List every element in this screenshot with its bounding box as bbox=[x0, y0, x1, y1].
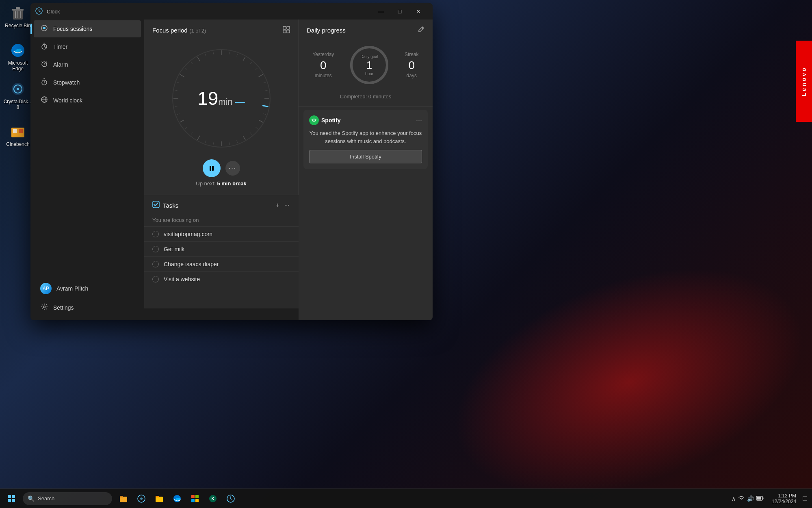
svg-line-59 bbox=[236, 140, 237, 143]
focus-period-subtitle: (1 of 2) bbox=[189, 28, 206, 34]
svg-rect-1 bbox=[12, 9, 24, 11]
focus-period-action[interactable] bbox=[283, 26, 290, 35]
settings-label: Settings bbox=[53, 304, 74, 311]
task-checkbox-1[interactable] bbox=[152, 231, 159, 237]
goal-value: 1 bbox=[360, 59, 378, 72]
task-item-3[interactable]: Change isaacs diaper bbox=[144, 256, 299, 271]
task-checkbox-4[interactable] bbox=[152, 276, 159, 282]
task-item-4[interactable]: Visit a website bbox=[144, 271, 299, 287]
taskbar-kaspersky[interactable]: K bbox=[205, 491, 221, 507]
maximize-button[interactable]: □ bbox=[390, 5, 409, 18]
stopwatch-label: Stopwatch bbox=[53, 79, 80, 86]
spotify-header: Spotify ··· bbox=[309, 115, 422, 125]
user-avatar: AP bbox=[40, 283, 52, 294]
progress-header: Daily progress bbox=[299, 20, 433, 41]
show-hidden-icons[interactable]: ∧ bbox=[732, 495, 736, 502]
sidebar-footer: AP Avram Piltch Settings bbox=[30, 275, 144, 320]
cinebench-label: Cinebench bbox=[6, 141, 29, 147]
window-titlebar: Clock — □ ✕ bbox=[30, 3, 433, 20]
notification-button[interactable]: □ bbox=[801, 494, 809, 503]
desktop-icon-cinebench[interactable]: Cinebench bbox=[2, 122, 34, 149]
spotify-more-button[interactable]: ··· bbox=[416, 116, 422, 125]
daily-progress-panel: Daily progress Yesterday bbox=[299, 20, 433, 320]
svg-line-38 bbox=[243, 57, 245, 61]
svg-line-44 bbox=[197, 136, 200, 140]
svg-rect-26 bbox=[43, 78, 45, 79]
taskbar-clock[interactable] bbox=[223, 491, 239, 507]
desktop-icon-edge[interactable]: Microsoft Edge bbox=[2, 41, 34, 74]
worldclock-icon bbox=[40, 96, 48, 105]
taskbar-system-icons: ∧ 🔊 bbox=[728, 495, 767, 502]
svg-line-66 bbox=[175, 106, 177, 106]
more-button[interactable]: ··· bbox=[225, 161, 240, 176]
sidebar-item-settings[interactable]: Settings bbox=[34, 299, 141, 316]
taskbar-copilot[interactable] bbox=[133, 491, 149, 507]
add-task-button[interactable]: + bbox=[275, 201, 280, 210]
tasks-actions: + ··· bbox=[275, 201, 290, 210]
task-checkbox-2[interactable] bbox=[152, 246, 159, 252]
settings-icon bbox=[40, 303, 48, 312]
svg-rect-85 bbox=[120, 496, 123, 497]
start-button[interactable] bbox=[3, 491, 19, 507]
alarm-label: Alarm bbox=[53, 61, 68, 68]
progress-edit-button[interactable] bbox=[418, 26, 424, 34]
timer-label: Timer bbox=[53, 43, 67, 50]
sidebar-item-alarm[interactable]: Alarm bbox=[34, 56, 141, 73]
taskbar-store[interactable] bbox=[187, 491, 203, 507]
pause-button[interactable] bbox=[203, 159, 221, 177]
user-profile[interactable]: AP Avram Piltch bbox=[34, 279, 141, 298]
search-icon: 🔍 bbox=[28, 495, 35, 502]
svg-rect-91 bbox=[195, 495, 199, 498]
taskbar-file-manager[interactable] bbox=[151, 491, 167, 507]
sidebar-item-timer[interactable]: Timer bbox=[34, 38, 141, 55]
svg-rect-35 bbox=[287, 30, 290, 33]
progress-divider bbox=[299, 106, 433, 106]
taskbar-clock-display[interactable]: 1:12 PM 12/24/2024 bbox=[769, 493, 799, 504]
network-icon[interactable] bbox=[738, 495, 745, 502]
crystaldisk-icon bbox=[10, 81, 26, 97]
tasks-more-button[interactable]: ··· bbox=[284, 201, 290, 210]
worldclock-label: World clock bbox=[53, 97, 82, 104]
task-checkbox-3[interactable] bbox=[152, 261, 159, 267]
svg-rect-93 bbox=[195, 499, 199, 502]
focus-period-header: Focus period (1 of 2) bbox=[144, 20, 298, 41]
svg-line-53 bbox=[263, 82, 266, 83]
install-spotify-button[interactable]: Install Spotify bbox=[309, 150, 422, 163]
taskbar-file-explorer[interactable] bbox=[115, 491, 132, 507]
recycle-bin-icon bbox=[10, 5, 26, 21]
goal-circle[interactable]: Daily goal 1 hour bbox=[349, 45, 390, 85]
close-button[interactable]: ✕ bbox=[409, 5, 428, 18]
sidebar-item-stopwatch[interactable]: Stopwatch bbox=[34, 74, 141, 91]
svg-line-41 bbox=[258, 120, 262, 122]
svg-rect-100 bbox=[763, 497, 764, 499]
task-item-1[interactable]: visitlaptopmag.com bbox=[144, 226, 299, 241]
taskbar-edge[interactable] bbox=[169, 491, 185, 507]
progress-title: Daily progress bbox=[307, 27, 346, 34]
svg-line-49 bbox=[229, 52, 230, 54]
timer-display: 19min— bbox=[197, 87, 245, 109]
volume-icon[interactable]: 🔊 bbox=[747, 495, 754, 502]
svg-line-72 bbox=[213, 52, 213, 54]
svg-rect-101 bbox=[757, 497, 761, 499]
svg-line-70 bbox=[191, 62, 193, 64]
stopwatch-icon bbox=[40, 78, 48, 87]
spotify-logo: Spotify bbox=[309, 115, 340, 125]
sidebar-item-worldclock[interactable]: World clock bbox=[34, 92, 141, 109]
svg-point-31 bbox=[43, 306, 45, 308]
svg-rect-84 bbox=[120, 497, 127, 502]
left-panel: Focus period (1 of 2) bbox=[144, 20, 299, 320]
timer-controls: ··· bbox=[203, 159, 240, 177]
desktop-icon-crystaldisk[interactable]: CrystalDisk... 8 bbox=[2, 79, 34, 112]
edge-label: Microsoft Edge bbox=[3, 60, 32, 72]
battery-icon[interactable] bbox=[756, 495, 764, 502]
taskbar-right: ∧ 🔊 1:12 PM bbox=[728, 493, 809, 504]
taskbar-search[interactable]: 🔍 Search bbox=[23, 492, 112, 505]
svg-line-67 bbox=[175, 90, 177, 91]
svg-rect-18 bbox=[43, 43, 45, 43]
svg-rect-2 bbox=[16, 7, 20, 9]
sidebar-item-focus[interactable]: Focus sessions bbox=[34, 20, 141, 37]
desktop-icon-recycle-bin[interactable]: Recycle Bin bbox=[2, 3, 34, 30]
minimize-button[interactable]: — bbox=[372, 5, 390, 18]
task-item-2[interactable]: Get milk bbox=[144, 241, 299, 256]
tasks-header: Tasks + ··· bbox=[144, 195, 299, 215]
